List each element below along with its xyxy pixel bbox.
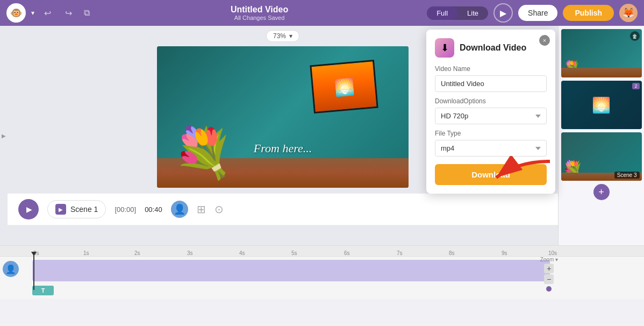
scene-duration: 00:40 [145,205,162,214]
ruler-mark-8: 8s [449,250,455,256]
video-name-label: Video Name [435,65,547,73]
canvas-flowers: 💐 [173,129,233,177]
scene-play-button[interactable]: ▶ [18,199,39,219]
scene-thumbnail-3[interactable]: 💐 Scene 3 [561,132,642,181]
ruler-mark-5: 5s [291,250,297,256]
redo-button[interactable]: ↪ [61,6,76,20]
scene-thumbnail-2[interactable]: 🌅 2 [561,81,642,129]
ruler-mark-3: 3s [187,250,193,256]
video-title[interactable]: Untitled Video [97,5,421,15]
canvas-photo-frame: 🌅 [310,60,378,114]
save-status: All Changes Saved [97,15,421,21]
zoom-dot [546,286,552,292]
scene-time-start: [00:00] [115,205,136,214]
timeline-playhead[interactable] [33,255,34,290]
timeline-text-block-t[interactable]: T [32,286,54,295]
publish-button[interactable]: Publish [563,5,614,21]
download-video-modal: ⬇ Download Video × Video Name DownloadOp… [426,30,555,194]
scene-name-icon: ▶ [55,204,66,215]
title-area: Untitled Video All Changes Saved [97,5,421,21]
timeline-text-tracks: T [32,286,550,296]
canvas-photo-inner: 🌅 [312,61,377,112]
mode-toggle: Full Lite [427,6,488,20]
ruler-mark-9: 9s [502,250,507,256]
zoom-out-button[interactable]: − [544,274,554,284]
zoom-text: Zoom ▾ [540,257,558,263]
canvas-text: From here... [254,141,312,155]
timeline-track[interactable] [32,260,550,281]
ruler-mark-2: 2s [134,250,140,256]
mode-lite-button[interactable]: Lite [457,6,488,20]
video-name-input[interactable] [435,75,547,92]
playhead-top [31,252,37,256]
download-icon: ⬇ [441,42,449,54]
ruler-mark-7: 7s [397,250,403,256]
modal-title: Download Video [460,43,526,53]
ruler-mark-6: 6s [344,250,350,256]
timeline-area: 0s 1s 2s 3s 4s 5s 6s 7s 8s 9s 10s 👤 T Zo… [0,245,644,299]
modal-header: ⬇ Download Video [435,38,547,58]
logo-dropdown-icon[interactable]: ▾ [31,9,34,17]
modal-close-button[interactable]: × [539,35,550,46]
scene-name-button[interactable]: ▶ Scene 1 [47,200,106,218]
scene-camera-icon[interactable]: ⊙ [214,203,224,216]
scene-3-label: Scene 3 [614,172,640,179]
video-canvas[interactable]: 💐 🌅 From here... [157,46,409,188]
canvas-background: 💐 🌅 From here... [157,46,409,188]
undo-button[interactable]: ↩ [40,6,55,20]
download-options-select[interactable]: HD 720p HD 1080p SD 480p [435,108,547,124]
file-type-label: File Type [435,130,547,137]
zoom-value: 73% [273,32,286,40]
logo-emoji: 🐵 [10,7,22,19]
timeline-t-icon: T [41,287,45,294]
share-button[interactable]: Share [518,5,557,21]
scene-play-icon: ▶ [26,205,32,214]
file-type-select[interactable]: mp4 gif mov [435,140,547,157]
scene-1-delete-button[interactable]: 🗑 [630,31,640,41]
scene-name-label: Scene 1 [70,205,98,214]
modal-icon: ⬇ [435,38,454,58]
preview-play-button[interactable]: ▶ [493,3,513,23]
scene-thumbnail-1[interactable]: 💐 🗑 [561,29,642,77]
zoom-in-button[interactable]: + [544,264,554,273]
ruler-mark-10: 10s [548,250,557,256]
app-logo[interactable]: 🐵 [6,3,26,23]
play-icon: ▶ [500,8,506,18]
app-header: 🐵 ▾ ↩ ↪ ⧉ Untitled Video All Changes Sav… [0,0,644,26]
timeline-ruler: 0s 1s 2s 3s 4s 5s 6s 7s 8s 9s 10s [0,246,644,257]
ruler-mark-4: 4s [239,250,245,256]
mode-full-button[interactable]: Full [427,6,457,20]
timeline-avatar-icon: 👤 [3,261,19,277]
copy-button[interactable]: ⧉ [82,6,92,20]
add-scene-button[interactable]: + [593,184,610,200]
download-options-label: DownloadOptions [435,97,547,105]
timeline-avatar-label: 👤 [3,261,30,277]
zoom-dropdown-icon: ▾ [289,32,292,40]
download-button[interactable]: Download [435,164,547,185]
scene-avatar-button[interactable]: 👤 [171,201,188,218]
user-avatar[interactable]: 🦊 [619,4,638,22]
left-sidebar: ▶ [0,26,8,245]
sunset-emoji: 🌅 [333,76,355,97]
sidebar-toggle-icon[interactable]: ▶ [2,133,6,139]
scene-2-badge: 2 [632,83,639,89]
scene-controls: ▶ ▶ Scene 1 [00:00] 00:40 👤 ⊞ ⊙ [8,193,558,225]
zoom-control[interactable]: 73% ▾ [266,30,299,42]
ruler-mark-1: 1s [83,250,89,256]
scene-grid-icon[interactable]: ⊞ [197,203,206,216]
scenes-panel: 💐 🗑 🌅 2 💐 Scene 3 + [558,26,644,245]
timeline-zoom-controls: Zoom ▾ + − [540,257,558,292]
